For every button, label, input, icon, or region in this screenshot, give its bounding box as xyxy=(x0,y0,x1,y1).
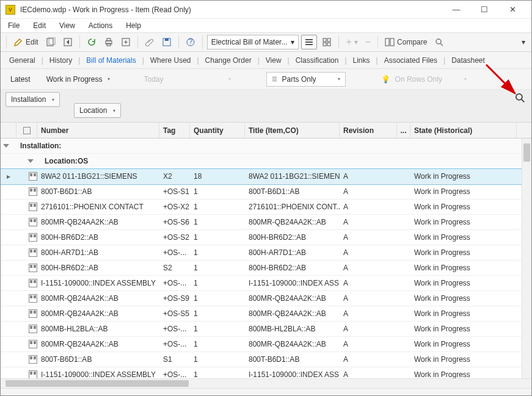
tab-history[interactable]: History xyxy=(46,54,76,67)
paperclip-icon xyxy=(145,37,155,47)
save-button[interactable] xyxy=(159,35,174,49)
edit-button[interactable]: Edit xyxy=(11,35,41,49)
filter-mode[interactable]: ☰Parts Only▾ xyxy=(266,72,346,87)
col-tag[interactable]: Tag xyxy=(159,123,190,138)
cell-state: Work in Progress xyxy=(410,230,517,245)
col-quantity[interactable]: Quantity xyxy=(190,123,245,138)
filter-latest[interactable]: Latest xyxy=(5,72,35,87)
filter-wip[interactable]: Work in Progress▾ xyxy=(42,72,115,87)
plus-icon: + xyxy=(346,37,351,48)
tab-whereused[interactable]: Where Used xyxy=(147,54,195,67)
table-row[interactable]: I-1151-109000::INDEX ASSEMBLY +OS-... 1 … xyxy=(1,367,531,378)
cell-title: 800T-B6D1::AB xyxy=(245,184,340,199)
vertical-scrollbar[interactable] xyxy=(522,139,531,378)
tab-changeorder[interactable]: Change Order xyxy=(202,54,255,67)
col-expand[interactable] xyxy=(1,123,16,138)
maximize-button[interactable]: ☐ xyxy=(470,1,498,19)
cell-state: Work in Progress xyxy=(410,169,517,184)
cell-rev: A xyxy=(340,261,397,275)
menu-actions[interactable]: Actions xyxy=(86,20,115,31)
add-button[interactable]: + ▾ xyxy=(343,35,360,49)
group-row[interactable]: Location:OS xyxy=(1,154,531,169)
help-button[interactable]: ? xyxy=(183,35,198,49)
table-row[interactable]: I-1151-109000::INDEX ASSEMBLY +OS-... 1 … xyxy=(1,276,531,291)
col-state[interactable]: State (Historical) xyxy=(410,123,517,138)
tab-classification[interactable]: Classification xyxy=(292,54,343,67)
search-toolbar-button[interactable] xyxy=(432,35,446,49)
cell-tag: +OS-S2 xyxy=(159,230,190,245)
menu-edit[interactable]: Edit xyxy=(31,20,48,31)
table-row[interactable]: 800MR-QB24AA2K::AB +OS-... 1 800MR-QB24A… xyxy=(1,337,531,352)
cell-title: 2716101::PHOENIX CONT... xyxy=(245,200,340,214)
cell-rev: A xyxy=(340,215,397,229)
table-row[interactable]: 800MR-QB24AA2K::AB +OS-S6 1 800MR-QB24AA… xyxy=(1,215,531,230)
toolbar-icon-2[interactable] xyxy=(60,35,75,49)
table-row[interactable]: 800MR-QB24AA2K::AB +OS-S9 1 800MR-QB24AA… xyxy=(1,291,531,306)
filter-rows: 💡On Rows Only▾ xyxy=(376,72,472,87)
menu-file[interactable]: File xyxy=(5,20,22,31)
table-row[interactable]: 2716101::PHOENIX CONTACT +OS-X2 1 271610… xyxy=(1,200,531,215)
search-icon xyxy=(434,37,444,47)
cell-tag: +OS-... xyxy=(159,367,190,378)
refresh-button[interactable] xyxy=(84,35,99,49)
menu-view[interactable]: View xyxy=(57,20,78,31)
svg-text:?: ? xyxy=(188,37,192,46)
attach-button[interactable] xyxy=(142,35,157,49)
overflow-button[interactable]: ▾ xyxy=(519,35,528,49)
item-icon xyxy=(29,355,37,364)
export-button[interactable] xyxy=(118,35,133,49)
print-button[interactable] xyxy=(101,35,116,49)
svg-point-21 xyxy=(516,94,522,100)
compare-button[interactable]: Compare xyxy=(382,35,429,49)
menu-help[interactable]: Help xyxy=(123,20,144,31)
group-row[interactable]: Installation: xyxy=(1,139,531,154)
toolbar-icon-1[interactable] xyxy=(43,35,58,49)
cell-state: Work in Progress xyxy=(410,352,517,367)
col-number[interactable]: Number xyxy=(37,123,159,138)
item-icon xyxy=(29,309,37,318)
cell-qty: 1 xyxy=(190,337,245,351)
tab-links[interactable]: Links xyxy=(349,54,374,67)
table-row[interactable]: 800MR-QB24AA2K::AB +OS-S5 1 800MR-QB24AA… xyxy=(1,306,531,322)
view-mode-1[interactable] xyxy=(301,35,317,49)
col-revision[interactable]: Revision xyxy=(340,123,397,138)
tab-datasheet[interactable]: Datasheet xyxy=(448,54,489,67)
tab-bom[interactable]: Bill of Materials xyxy=(82,54,139,67)
cell-title: I-1151-109000::INDEX ASS... xyxy=(245,276,340,290)
cell-title: 800H-BR6D2::AB xyxy=(245,261,340,275)
cell-state: Work in Progress xyxy=(410,306,517,321)
col-title[interactable]: Title (Item,CO) xyxy=(245,123,340,138)
filter-today: Today▾ xyxy=(139,72,236,87)
remove-button[interactable]: − xyxy=(363,35,373,49)
grid-header: Number Tag Quantity Title (Item,CO) Revi… xyxy=(1,123,531,139)
table-row[interactable]: 800T-B6D1::AB S1 1 800T-B6D1::AB A Work … xyxy=(1,352,531,367)
tab-general[interactable]: General xyxy=(5,54,39,67)
horizontal-scrollbar[interactable] xyxy=(1,378,531,388)
view-dropdown[interactable]: Electrical Bill of Mater... ▾ xyxy=(207,35,299,49)
table-row[interactable]: ▸ 8WA2 011-1BG21::SIEMENS X2 18 8WA2 011… xyxy=(1,169,531,184)
group-chip-installation[interactable]: Installation▾ xyxy=(5,92,60,107)
search-panel-button[interactable] xyxy=(514,92,525,105)
table-row[interactable]: 800H-BR6D2::AB +OS-S2 1 800H-BR6D2::AB A… xyxy=(1,230,531,245)
chevron-down-icon: ▾ xyxy=(291,38,294,46)
cell-rev: A xyxy=(340,230,397,245)
table-row[interactable]: 800T-B6D1::AB +OS-S1 1 800T-B6D1::AB A W… xyxy=(1,184,531,200)
table-row[interactable]: 800H-BR6D2::AB S2 1 800H-BR6D2::AB A Wor… xyxy=(1,261,531,276)
close-button[interactable]: ✕ xyxy=(498,1,527,19)
cell-number: 800T-B6D1::AB xyxy=(37,352,159,367)
view-mode-2[interactable] xyxy=(319,35,334,49)
cell-state: Work in Progress xyxy=(410,291,517,306)
table-row[interactable]: 800H-AR7D1::AB +OS-... 1 800H-AR7D1::AB … xyxy=(1,245,531,261)
titlebar: V IECdemo.wdp - Work in Progress - Item … xyxy=(1,1,531,19)
item-icon xyxy=(29,340,37,348)
item-icon xyxy=(29,264,37,272)
tab-view[interactable]: View xyxy=(262,54,285,67)
col-more[interactable]: ... xyxy=(397,123,410,138)
col-icon-header[interactable] xyxy=(16,123,37,138)
minus-icon: − xyxy=(365,37,371,48)
expand-icon xyxy=(27,159,34,163)
group-chip-location[interactable]: Location▾ xyxy=(74,103,121,118)
table-row[interactable]: 800MB-HL2BLA::AB +OS-... 1 800MB-HL2BLA:… xyxy=(1,322,531,337)
tab-assoc[interactable]: Associated Files xyxy=(381,54,441,67)
minimize-button[interactable]: — xyxy=(442,1,470,19)
